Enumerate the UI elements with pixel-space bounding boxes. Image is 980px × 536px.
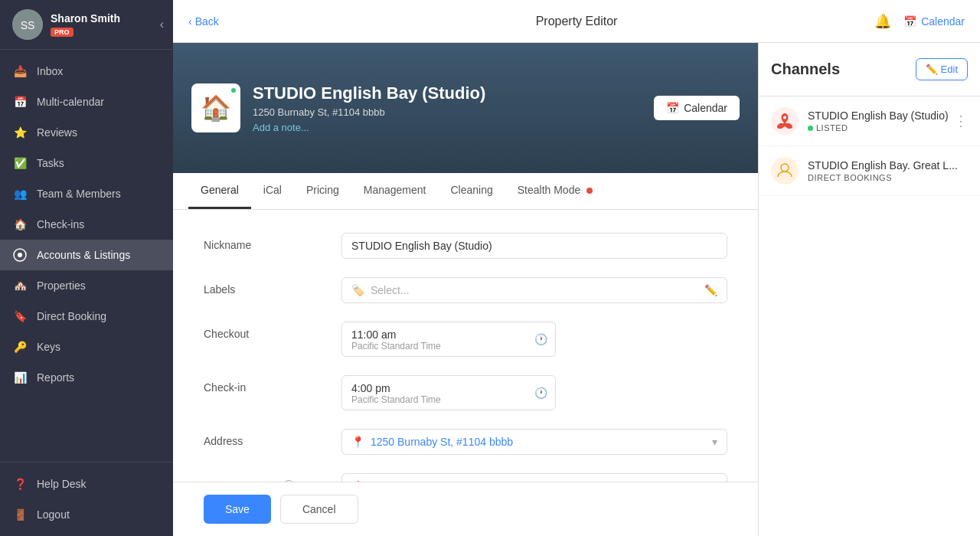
sidebar-item-inbox[interactable]: 📥 Inbox: [0, 56, 173, 87]
tab-pricing[interactable]: Pricing: [294, 173, 351, 209]
parent-property-row: Parent Property ? 🏠 No parent ▾: [204, 473, 727, 482]
property-header: 🏠 STUDIO English Bay (Studio) 1250 Burna…: [173, 43, 758, 173]
property-info: STUDIO English Bay (Studio) 1250 Burnaby…: [253, 83, 654, 133]
property-panel: 🏠 STUDIO English Bay (Studio) 1250 Burna…: [173, 43, 758, 536]
channel-item-direct[interactable]: STUDIO English Bay. Great L... DIRECT BO…: [759, 146, 980, 196]
home-icon: 🏠: [201, 93, 231, 123]
sidebar-item-properties[interactable]: 🏘️ Properties: [0, 270, 173, 301]
parent-placeholder: No parent: [371, 480, 712, 482]
channels-header: Channels ✏️ Edit: [759, 43, 980, 96]
sidebar-footer: ❓ Help Desk 🚪 Logout: [0, 462, 173, 536]
parent-field: 🏠 No parent ▾: [341, 473, 727, 482]
sidebar-item-accounts-listings[interactable]: Accounts & Listings: [0, 240, 173, 270]
topbar-calendar-button[interactable]: 📅 Calendar: [903, 15, 965, 28]
sidebar-item-reviews[interactable]: ⭐ Reviews: [0, 117, 173, 148]
property-calendar-button[interactable]: 📅 Calendar: [654, 96, 740, 120]
clock-icon: 🕐: [534, 387, 547, 399]
sidebar-item-label: Properties: [37, 279, 86, 292]
sidebar-item-check-ins[interactable]: 🏠 Check-ins: [0, 209, 173, 240]
page-title: Property Editor: [536, 15, 618, 28]
calendar-icon: 📅: [12, 94, 28, 109]
home-outline-icon: 🏠: [351, 480, 364, 482]
reports-icon: 📊: [12, 370, 28, 385]
properties-icon: 🏘️: [12, 278, 28, 293]
tab-general[interactable]: General: [188, 173, 251, 209]
sidebar-item-label: Direct Booking: [37, 310, 106, 322]
team-icon: 👥: [12, 186, 28, 201]
cancel-button[interactable]: Cancel: [280, 495, 358, 524]
content-area: 🏠 STUDIO English Bay (Studio) 1250 Burna…: [173, 43, 980, 536]
pro-badge: PRO: [51, 28, 74, 37]
user-name: Sharon Smith: [51, 12, 120, 25]
back-button[interactable]: ‹ Back: [188, 15, 219, 28]
sidebar-nav: 📥 Inbox 📅 Multi-calendar ⭐ Reviews ✅ Tas…: [0, 50, 173, 462]
checkin-field: 4:00 pm Pacific Standard Time 🕐: [341, 375, 727, 410]
user-info: Sharon Smith PRO: [51, 12, 120, 37]
sidebar-item-keys[interactable]: 🔑 Keys: [0, 332, 173, 362]
status-dot: [808, 126, 813, 131]
sidebar-item-label: Check-ins: [37, 218, 84, 230]
nickname-field: [341, 233, 727, 259]
checkin-timezone: Pacific Standard Time: [351, 394, 546, 405]
address-select[interactable]: 📍 1250 Burnaby St, #1104 bbbb ▾: [341, 429, 727, 455]
property-icon: 🏠: [191, 83, 240, 132]
svg-point-3: [18, 253, 22, 257]
tab-management[interactable]: Management: [351, 173, 439, 209]
checkout-time-picker[interactable]: 11:00 am Pacific Standard Time 🕐: [341, 322, 556, 357]
back-arrow-icon: ‹: [188, 15, 192, 28]
save-button[interactable]: Save: [204, 495, 271, 524]
form-area: Nickname Labels 🏷️ Select... ✏️: [173, 210, 758, 482]
channel-item-airbnb[interactable]: STUDIO English Bay (Studio) LISTED ⋮: [759, 96, 980, 146]
back-label: Back: [195, 15, 219, 28]
topbar: ‹ Back Property Editor 🔔 📅 Calendar: [173, 0, 980, 43]
sidebar-item-team-members[interactable]: 👥 Team & Members: [0, 178, 173, 209]
add-note-link[interactable]: Add a note...: [253, 122, 309, 133]
tab-ical[interactable]: iCal: [251, 173, 294, 209]
direct-booking-icon: 🔖: [12, 309, 28, 324]
edit-pencil-icon: ✏️: [926, 64, 938, 75]
more-options-icon[interactable]: ⋮: [954, 113, 968, 129]
sidebar-item-label: Tasks: [37, 157, 64, 169]
sidebar-item-direct-booking[interactable]: 🔖 Direct Booking: [0, 301, 173, 332]
sidebar-item-tasks[interactable]: ✅ Tasks: [0, 148, 173, 178]
channels-edit-button[interactable]: ✏️ Edit: [916, 58, 968, 80]
parent-select[interactable]: 🏠 No parent ▾: [341, 473, 727, 482]
labels-select[interactable]: 🏷️ Select... ✏️: [341, 277, 727, 303]
direct-booking-logo: [771, 157, 799, 185]
checkin-time-value: 4:00 pm: [351, 382, 546, 394]
sidebar-collapse-button[interactable]: ‹: [160, 18, 164, 31]
avatar: SS: [12, 9, 43, 40]
labels-label: Labels: [204, 277, 341, 296]
calendar-icon: 📅: [903, 15, 916, 28]
labels-field: 🏷️ Select... ✏️: [341, 277, 727, 303]
clock-icon: 🕐: [534, 333, 547, 345]
online-status-dot: [230, 87, 237, 94]
tab-stealth-mode[interactable]: Stealth Mode: [505, 173, 605, 209]
sidebar-item-multi-calendar[interactable]: 📅 Multi-calendar: [0, 87, 173, 117]
tab-cleaning[interactable]: Cleaning: [438, 173, 505, 209]
property-name: STUDIO English Bay (Studio): [253, 83, 654, 103]
topbar-right: 🔔 📅 Calendar: [874, 13, 965, 30]
form-footer: Save Cancel: [173, 482, 758, 536]
inbox-icon: 📥: [12, 64, 28, 79]
svg-text:SS: SS: [21, 19, 35, 31]
chevron-down-icon: ▾: [712, 436, 717, 448]
chevron-down-icon: ▾: [712, 480, 717, 482]
sidebar-item-help-desk[interactable]: ❓ Help Desk: [0, 469, 173, 499]
parent-property-label: Parent Property ?: [204, 473, 341, 482]
sidebar-item-reports[interactable]: 📊 Reports: [0, 362, 173, 393]
nickname-input[interactable]: [341, 233, 727, 259]
checkin-time-picker[interactable]: 4:00 pm Pacific Standard Time 🕐: [341, 375, 556, 410]
address-value: 1250 Burnaby St, #1104 bbbb: [371, 436, 712, 448]
channels-title: Channels: [771, 60, 840, 78]
sidebar-item-label: Inbox: [37, 65, 63, 77]
stealth-mode-dot: [586, 188, 593, 194]
calendar-icon: 📅: [666, 102, 679, 114]
sidebar-item-logout[interactable]: 🚪 Logout: [0, 499, 173, 530]
notification-bell-icon[interactable]: 🔔: [874, 13, 891, 30]
channels-panel: Channels ✏️ Edit STUDIO English Bay (Stu…: [758, 43, 980, 536]
edit-labels-icon[interactable]: ✏️: [704, 284, 717, 296]
channel-name: STUDIO English Bay (Studio): [808, 109, 954, 122]
channel-status-text: DIRECT BOOKINGS: [808, 173, 892, 182]
labels-row: Labels 🏷️ Select... ✏️: [204, 277, 727, 303]
